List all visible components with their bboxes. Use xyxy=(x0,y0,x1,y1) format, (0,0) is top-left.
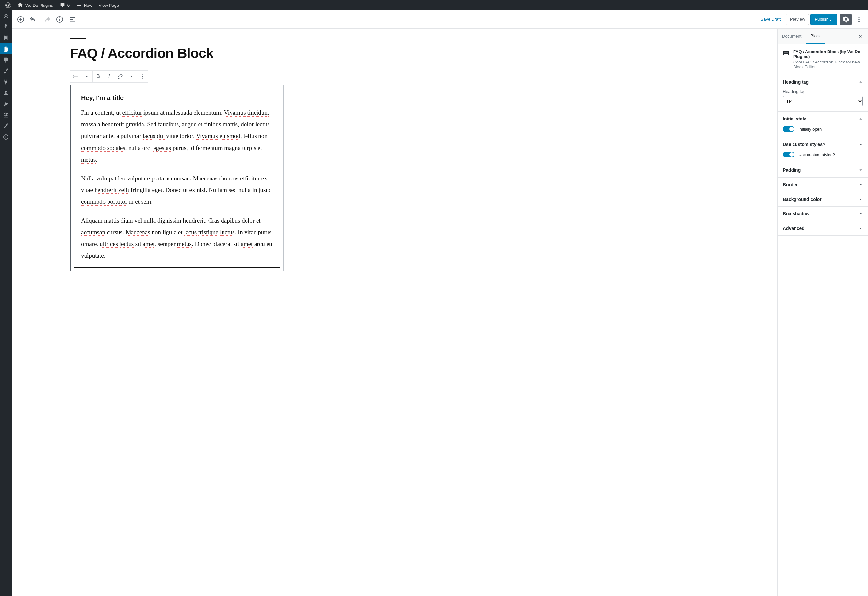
svg-point-7 xyxy=(858,21,859,22)
post-title[interactable]: FAQ / Accordion Block xyxy=(70,46,284,61)
home-icon xyxy=(18,2,23,8)
block-navigation-button[interactable] xyxy=(67,13,78,25)
panel-heading-tag: Heading tag Heading tag H4 xyxy=(778,75,868,112)
menu-dashboard[interactable] xyxy=(0,10,12,21)
dashboard-icon xyxy=(3,13,9,19)
comment-icon xyxy=(3,57,9,63)
menu-pin[interactable] xyxy=(0,21,12,32)
outline-icon xyxy=(69,16,76,23)
site-link[interactable]: We Do Plugins xyxy=(15,0,56,10)
panel-custom-styles-header[interactable]: Use custom styles? xyxy=(778,137,868,152)
menu-media[interactable] xyxy=(0,32,12,43)
panel-box-shadow-header[interactable]: Box shadow xyxy=(778,207,868,221)
editor-header: Save Draft Preview Publish… xyxy=(12,10,868,28)
preview-button[interactable]: Preview xyxy=(786,14,809,25)
panel-border-header[interactable]: Border xyxy=(778,177,868,192)
accordion-heading[interactable]: Hey, I'm a title xyxy=(81,94,273,102)
pencil-icon xyxy=(3,123,9,129)
user-icon xyxy=(3,90,9,96)
settings-toggle-button[interactable] xyxy=(840,13,852,25)
add-block-button[interactable] xyxy=(15,13,27,25)
panel-padding-header[interactable]: Padding xyxy=(778,163,868,177)
editor-body: FAQ / Accordion Block ▾ B I xyxy=(12,28,868,596)
panel-advanced-header[interactable]: Advanced xyxy=(778,221,868,236)
undo-button[interactable] xyxy=(28,13,40,25)
link-button[interactable] xyxy=(115,71,125,82)
canvas-content: FAQ / Accordion Block ▾ B I xyxy=(63,38,290,291)
svg-point-6 xyxy=(858,19,859,20)
view-page-link[interactable]: View Page xyxy=(96,0,121,10)
chevron-down-icon xyxy=(858,226,863,231)
new-label: New xyxy=(84,3,92,8)
sliders-icon xyxy=(3,112,9,118)
accordion-paragraph: I'm a content, ut efficitur ipsum at mal… xyxy=(81,107,273,165)
panel-heading-tag-header[interactable]: Heading tag xyxy=(778,75,868,89)
chevron-down-icon xyxy=(858,197,863,202)
initially-open-label: Initially open xyxy=(799,127,822,131)
undo-icon xyxy=(30,16,37,23)
block-type-button[interactable] xyxy=(70,71,81,82)
panel-background-header[interactable]: Background color xyxy=(778,192,868,207)
more-options-button[interactable] xyxy=(853,13,865,25)
chevron-down-icon xyxy=(858,168,863,172)
bold-button[interactable]: B xyxy=(93,71,103,82)
editor-canvas[interactable]: FAQ / Accordion Block ▾ B I xyxy=(12,28,777,596)
custom-styles-toggle[interactable] xyxy=(783,152,794,158)
menu-users[interactable] xyxy=(0,87,12,99)
redo-button[interactable] xyxy=(41,13,52,25)
panel-border: Border xyxy=(778,177,868,192)
wrench-icon xyxy=(3,101,9,107)
save-draft-button[interactable]: Save Draft xyxy=(757,14,784,25)
accordion-content[interactable]: I'm a content, ut efficitur ipsum at mal… xyxy=(81,107,273,261)
chevron-up-icon xyxy=(858,142,863,147)
chevron-up-icon xyxy=(858,80,863,84)
menu-tools[interactable] xyxy=(0,99,12,109)
block-type-dropdown[interactable]: ▾ xyxy=(81,71,92,82)
accordion-block[interactable]: Hey, I'm a title I'm a content, ut effic… xyxy=(70,84,284,271)
comments-link[interactable]: 0 xyxy=(57,0,72,10)
info-icon xyxy=(56,16,63,23)
plus-circle-icon xyxy=(17,16,24,23)
view-page-label: View Page xyxy=(99,3,119,8)
gear-icon xyxy=(842,16,850,23)
panel-padding: Padding xyxy=(778,163,868,177)
tab-document[interactable]: Document xyxy=(778,28,806,44)
accordion-paragraph: Aliquam mattis diam vel nulla dignissim … xyxy=(81,215,273,261)
menu-comments[interactable] xyxy=(0,55,12,65)
menu-collapse[interactable] xyxy=(0,131,12,143)
svg-rect-9 xyxy=(74,77,78,78)
redo-icon xyxy=(43,16,50,23)
close-sidebar-button[interactable] xyxy=(855,31,866,42)
panel-block-info: FAQ / Accordion Block (by We Do Plugins)… xyxy=(778,44,868,75)
menu-edit[interactable] xyxy=(0,121,12,131)
more-formatting-dropdown[interactable]: ▾ xyxy=(125,71,137,82)
panel-initial-state-header[interactable]: Initial state xyxy=(778,112,868,126)
plug-icon xyxy=(3,79,9,85)
content-structure-button[interactable] xyxy=(54,13,65,25)
tab-block[interactable]: Block xyxy=(806,28,825,44)
accordion-inner: Hey, I'm a title I'm a content, ut effic… xyxy=(74,88,280,267)
comments-icon xyxy=(60,2,65,8)
menu-plugins[interactable] xyxy=(0,77,12,87)
menu-settings[interactable] xyxy=(0,109,12,121)
block-icon xyxy=(73,74,79,80)
new-link[interactable]: New xyxy=(74,0,95,10)
wp-logo[interactable] xyxy=(3,0,13,10)
svg-point-5 xyxy=(858,16,859,18)
menu-appearance[interactable] xyxy=(0,65,12,77)
publish-button[interactable]: Publish… xyxy=(810,14,837,25)
initially-open-toggle[interactable] xyxy=(783,126,794,132)
site-name: We Do Plugins xyxy=(25,3,53,8)
admin-menu xyxy=(0,10,12,596)
italic-button[interactable]: I xyxy=(103,71,115,82)
svg-rect-3 xyxy=(59,19,60,21)
heading-tag-select[interactable]: H4 xyxy=(783,96,863,106)
menu-pages[interactable] xyxy=(0,43,12,55)
svg-rect-14 xyxy=(784,54,789,55)
panel-background: Background color xyxy=(778,192,868,207)
collapse-icon xyxy=(3,134,9,140)
panel-box-shadow: Box shadow xyxy=(778,207,868,221)
block-more-button[interactable] xyxy=(137,71,148,82)
custom-styles-label: Use custom styles? xyxy=(799,152,835,157)
editor-header-right: Save Draft Preview Publish… xyxy=(757,13,865,25)
